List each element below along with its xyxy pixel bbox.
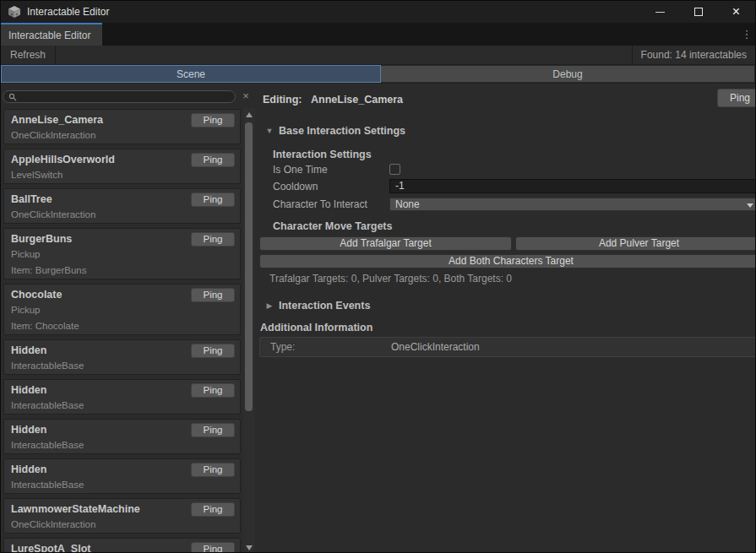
scroll-down-wrap: [243, 545, 255, 550]
list-item-subtitle: InteractableBase: [11, 437, 233, 453]
foldout-open-icon: ▼: [265, 127, 274, 135]
list-item-subtitle: InteractableBase: [11, 358, 233, 374]
list-item-ping-button[interactable]: Ping: [191, 344, 235, 358]
view-tabs: Scene Debug: [1, 65, 755, 84]
base-interaction-foldout[interactable]: ▼ Base Interaction Settings: [265, 125, 405, 137]
scene-list-panel: × AnneLise_Camera Ping OneClickInteracti…: [1, 84, 256, 553]
list-item[interactable]: BurgerBuns Ping PickupItem: BurgerBuns: [3, 228, 241, 279]
list-item-ping-button[interactable]: Ping: [191, 192, 235, 207]
cooldown-label: Cooldown: [273, 181, 318, 192]
search-icon: [8, 93, 17, 101]
is-one-time-label: Is One Time: [273, 164, 328, 176]
add-trafalgar-target-button[interactable]: Add Trafalgar Target: [259, 236, 512, 251]
character-to-interact-label: Character To Interact: [273, 198, 367, 210]
window-title: Interactable Editor: [27, 6, 109, 18]
tab-scene[interactable]: Scene: [1, 65, 381, 83]
minimize-button[interactable]: [641, 1, 679, 23]
additional-information-header: Additional Information: [260, 322, 373, 333]
close-icon: ×: [732, 5, 740, 19]
list-item-ping-button[interactable]: Ping: [191, 113, 235, 127]
character-move-targets-header: Character Move Targets: [273, 220, 393, 232]
editing-ping-button[interactable]: Ping: [717, 89, 756, 107]
scroll-up-icon[interactable]: [246, 112, 253, 117]
list-item[interactable]: AppleHillsOverworld Ping LevelSwitch: [3, 149, 241, 184]
tab-menu-kebab-icon[interactable]: ⋮: [741, 27, 753, 42]
type-info-box: Type: OneClickInteraction: [259, 337, 756, 357]
interaction-events-foldout[interactable]: ▶ Interaction Events: [265, 300, 370, 312]
search-row: ×: [1, 84, 256, 108]
toolbar-spacer: [56, 46, 632, 64]
search-input[interactable]: [17, 92, 235, 102]
editing-object-name: AnneLise_Camera: [311, 91, 403, 106]
character-to-interact-dropdown[interactable]: None: [389, 198, 756, 211]
type-label: Type:: [270, 341, 295, 353]
close-button[interactable]: ×: [717, 1, 755, 23]
chevron-down-icon: [747, 203, 753, 208]
list-item[interactable]: Hidden Ping InteractableBase: [3, 339, 241, 375]
list-item-subtitle: InteractableBase: [11, 398, 233, 414]
title-bar: Interactable Editor ×: [1, 1, 755, 23]
cooldown-field[interactable]: -1: [389, 179, 756, 193]
list-item[interactable]: LureSpotA_Slot Ping OneClickInteraction: [3, 538, 241, 553]
list-item-subtitle: Pickup: [11, 247, 233, 263]
refresh-button[interactable]: Refresh: [1, 46, 55, 64]
body: × AnneLise_Camera Ping OneClickInteracti…: [1, 84, 755, 553]
list-item-subtitle: OneClickInteraction: [11, 207, 233, 223]
list-item-ping-button[interactable]: Ping: [191, 463, 235, 477]
list-scrollbar[interactable]: [243, 108, 255, 553]
window-controls: ×: [641, 1, 755, 23]
editing-label: Editing:: [263, 91, 302, 106]
interactable-editor-window: Interactable Editor × Interactable Edito…: [0, 0, 756, 553]
found-count-label: Found: 14 interactables: [633, 46, 755, 64]
list-item-ping-button[interactable]: Ping: [191, 232, 235, 247]
list-item-ping-button[interactable]: Ping: [191, 502, 235, 517]
interactable-list: AnneLise_Camera Ping OneClickInteraction…: [1, 108, 242, 553]
list-item[interactable]: Hidden Ping InteractableBase: [3, 458, 241, 494]
type-value: OneClickInteraction: [391, 341, 480, 353]
tab-debug[interactable]: Debug: [381, 65, 755, 83]
list-item-ping-button[interactable]: Ping: [191, 423, 235, 437]
list-item-ping-button[interactable]: Ping: [191, 153, 235, 167]
search-clear-icon[interactable]: ×: [239, 89, 253, 103]
list-item-ping-button[interactable]: Ping: [191, 383, 235, 398]
editing-panel: Editing: AnneLise_Camera Ping ▼ Base Int…: [256, 84, 756, 553]
scroll-down-icon[interactable]: [246, 545, 253, 550]
list-item-subtitle: Item: BurgerBuns: [11, 263, 233, 279]
list-item[interactable]: Chocolate Ping PickupItem: Chocolate: [3, 284, 241, 335]
targets-summary: Trafalgar Targets: 0, Pulver Targets: 0,…: [269, 273, 512, 285]
tab-label: Interactable Editor: [8, 30, 90, 41]
interaction-settings-header: Interaction Settings: [273, 149, 372, 160]
app-cube-icon: [8, 5, 21, 19]
add-both-characters-target-button[interactable]: Add Both Characters Target: [259, 254, 756, 268]
list-item-subtitle: Pickup: [11, 302, 233, 318]
maximize-icon: [694, 8, 703, 16]
list-item[interactable]: LawnmowerStateMachine Ping OneClickInter…: [3, 498, 241, 534]
list-item-subtitle: OneClickInteraction: [11, 517, 233, 533]
tab-interactable-editor[interactable]: Interactable Editor: [1, 23, 102, 46]
minimize-icon: [655, 12, 665, 13]
list-item-ping-button[interactable]: Ping: [191, 542, 235, 553]
list-item-subtitle: OneClickInteraction: [11, 127, 233, 144]
list-item-subtitle: LevelSwitch: [11, 167, 233, 183]
list-item[interactable]: AnneLise_Camera Ping OneClickInteraction: [3, 109, 241, 144]
list-item-subtitle: InteractableBase: [11, 477, 233, 493]
search-box[interactable]: [3, 90, 236, 103]
scrollbar-thumb[interactable]: [245, 122, 253, 411]
editor-tab-strip: Interactable Editor ⋮: [1, 23, 755, 46]
list-item[interactable]: BallTree Ping OneClickInteraction: [3, 188, 241, 224]
foldout-closed-icon: ▶: [265, 301, 274, 310]
list-item-ping-button[interactable]: Ping: [191, 288, 235, 302]
dropdown-value: None: [395, 198, 420, 210]
list-item[interactable]: Hidden Ping InteractableBase: [3, 419, 241, 454]
is-one-time-checkbox[interactable]: [389, 164, 400, 175]
add-pulver-target-button[interactable]: Add Pulver Target: [515, 236, 756, 251]
toolbar: Refresh Found: 14 interactables: [1, 46, 755, 65]
list-item[interactable]: Hidden Ping InteractableBase: [3, 379, 241, 415]
list-item-subtitle: Item: Chocolate: [11, 318, 233, 334]
maximize-button[interactable]: [679, 1, 717, 23]
